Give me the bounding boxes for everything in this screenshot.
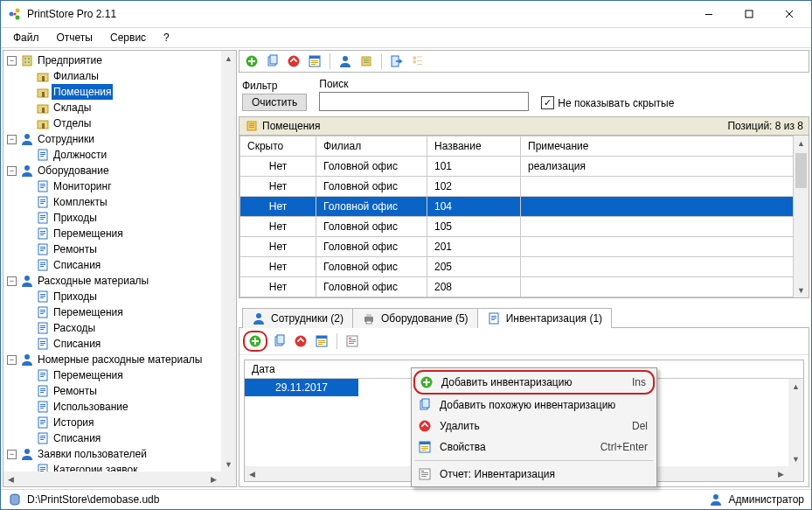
tree-item[interactable]: Списания xyxy=(23,257,236,273)
tree-item[interactable]: Расходы xyxy=(23,320,236,336)
tree-item[interactable]: −Сотрудники xyxy=(7,131,236,147)
tree-scrollbar-horizontal[interactable]: ◀▶ xyxy=(3,472,221,486)
app-logo-icon xyxy=(8,7,22,21)
svg-rect-48 xyxy=(705,14,712,15)
context-menu-item[interactable]: Отчет: Инвентаризация xyxy=(413,464,655,485)
tree-item[interactable]: Перемещения xyxy=(23,226,236,241)
table-row[interactable]: НетГоловной офис105 xyxy=(240,217,794,237)
svg-point-44 xyxy=(10,12,14,17)
minimize-button[interactable] xyxy=(689,1,729,27)
nav-tree-pane: −ПредприятиеФилиалыПомещенияСкладыОтделы… xyxy=(3,50,237,487)
main-toolbar xyxy=(239,50,809,73)
titlebar: PrintStore Pro 2.11 xyxy=(1,1,811,28)
filter-bar: Фильтр Очистить Поиск ✓ Не показывать ск… xyxy=(239,73,809,115)
inv-delete-button[interactable] xyxy=(292,332,309,350)
tree-item[interactable]: История xyxy=(23,415,236,430)
tree-item[interactable]: Отделы xyxy=(23,115,236,131)
tree-item[interactable]: Списания xyxy=(23,336,236,352)
search-input[interactable] xyxy=(319,92,529,111)
table-row[interactable]: НетГоловной офис101реализация xyxy=(240,157,794,177)
hide-checkbox[interactable]: ✓ xyxy=(541,96,554,109)
context-menu-item[interactable]: СвойстваCtrl+Enter xyxy=(413,437,655,458)
statusbar: D:\PrintStore\demobase.udb Администратор xyxy=(1,489,811,509)
tree-item[interactable]: −Номерные расходные материалы xyxy=(7,352,236,367)
grid-col-header[interactable]: Название xyxy=(427,136,521,157)
tree-item[interactable]: Должности xyxy=(23,147,236,163)
menu-service[interactable]: Сервис xyxy=(101,30,155,45)
toolbar-tags-button[interactable] xyxy=(409,52,427,70)
tree-item[interactable]: Приходы xyxy=(23,289,236,304)
toolbar-props-button[interactable] xyxy=(306,52,323,70)
tree-item[interactable]: −Расходные материалы xyxy=(7,273,236,289)
tree-item[interactable]: Ремонты xyxy=(23,383,236,399)
tree-item[interactable]: Перемещения xyxy=(23,367,236,383)
table-row[interactable]: НетГоловной офис104 xyxy=(240,197,794,217)
grid-title: Помещения xyxy=(262,120,320,132)
table-row[interactable]: НетГоловной офис205 xyxy=(240,257,794,277)
status-user: Администратор xyxy=(728,493,804,506)
search-label: Поиск xyxy=(319,78,529,90)
grid-col-header[interactable]: Филиал xyxy=(316,136,427,157)
filter-clear-button[interactable]: Очистить xyxy=(242,94,307,111)
context-menu-item[interactable]: Добавить инвентаризациюIns xyxy=(413,370,655,395)
detail-tabs: Сотрудники (2)Оборудование (5)Инвентариз… xyxy=(239,307,809,327)
app-window: PrintStore Pro 2.11 Файл Отчеты Сервис ?… xyxy=(0,0,812,510)
tree-scrollbar-vertical[interactable]: ▲▼ xyxy=(221,51,236,472)
toolbar-copy-button[interactable] xyxy=(264,52,281,70)
table-row[interactable]: НетГоловной офис102 xyxy=(240,177,794,197)
tree-item[interactable]: Мониторинг xyxy=(23,178,236,194)
inv-copy-button[interactable] xyxy=(271,332,288,350)
svg-point-46 xyxy=(16,16,20,20)
tree-item[interactable]: Ремонты xyxy=(23,241,236,257)
maximize-button[interactable] xyxy=(729,1,769,27)
inventory-panel: Дата 29.11.2017 ▲▼ ◀▶ Добавить инвентари… xyxy=(239,327,809,487)
menu-reports[interactable]: Отчеты xyxy=(48,30,101,45)
detail-tab[interactable]: Сотрудники (2) xyxy=(242,308,353,328)
grid-scrollbar-vertical[interactable]: ▲▼ xyxy=(794,136,809,297)
tree-item[interactable]: Филиалы xyxy=(23,68,236,84)
grid-title-icon xyxy=(245,119,259,133)
tree-item[interactable]: Списания xyxy=(23,430,236,446)
tree-item[interactable]: Использование xyxy=(23,399,236,415)
user-icon xyxy=(709,493,723,507)
close-button[interactable] xyxy=(769,1,809,27)
invlist-scrollbar-vertical[interactable]: ▲▼ xyxy=(788,379,803,466)
list-item[interactable]: 29.11.2017 xyxy=(245,379,358,396)
nav-tree[interactable]: −ПредприятиеФилиалыПомещенияСкладыОтделы… xyxy=(3,51,236,479)
detail-tab[interactable]: Оборудование (5) xyxy=(352,308,478,328)
menu-help[interactable]: ? xyxy=(155,30,178,45)
context-menu-item[interactable]: УдалитьDel xyxy=(413,416,655,437)
tree-item[interactable]: Перемещения xyxy=(23,304,236,320)
inv-add-button[interactable] xyxy=(246,332,264,350)
tree-item[interactable]: −Заявки пользователей xyxy=(7,446,236,462)
inventory-context-menu: Добавить инвентаризациюInsДобавить похож… xyxy=(411,367,657,487)
menubar: Файл Отчеты Сервис ? xyxy=(1,28,811,48)
table-row[interactable]: НетГоловной офис208 xyxy=(240,277,794,297)
toolbar-export-button[interactable] xyxy=(388,52,406,70)
toolbar-person-button[interactable] xyxy=(337,52,354,70)
tree-item[interactable]: Помещения xyxy=(23,84,236,100)
tree-item[interactable]: Комплекты xyxy=(23,194,236,210)
detail-tab[interactable]: Инвентаризация (1) xyxy=(477,308,612,328)
highlight-add xyxy=(243,331,267,352)
inventory-toolbar xyxy=(239,328,809,355)
hide-checkbox-label: Не показывать скрытые xyxy=(558,97,674,109)
svg-point-47 xyxy=(14,13,17,16)
inventory-list: Дата 29.11.2017 ▲▼ ◀▶ Добавить инвентари… xyxy=(244,360,804,482)
grid-col-header[interactable]: Скрыто xyxy=(240,136,316,157)
toolbar-add-button[interactable] xyxy=(243,52,260,70)
status-path: D:\PrintStore\demobase.udb xyxy=(27,493,159,506)
menu-file[interactable]: Файл xyxy=(4,30,48,45)
inv-props-button[interactable] xyxy=(313,332,330,350)
inv-report-button[interactable] xyxy=(344,332,361,350)
tree-item[interactable]: −Предприятие xyxy=(7,52,236,68)
tree-item[interactable]: Приходы xyxy=(23,210,236,226)
context-menu-item[interactable]: Добавить похожую инвентаризацию xyxy=(413,395,655,416)
grid-col-header[interactable]: Примечание xyxy=(521,136,794,157)
tree-item[interactable]: Склады xyxy=(23,100,236,115)
toolbar-list-button[interactable] xyxy=(357,52,375,70)
svg-point-45 xyxy=(16,9,20,13)
toolbar-delete-button[interactable] xyxy=(285,52,302,70)
tree-item[interactable]: −Оборудование xyxy=(7,163,236,178)
table-row[interactable]: НетГоловной офис201 xyxy=(240,237,794,257)
